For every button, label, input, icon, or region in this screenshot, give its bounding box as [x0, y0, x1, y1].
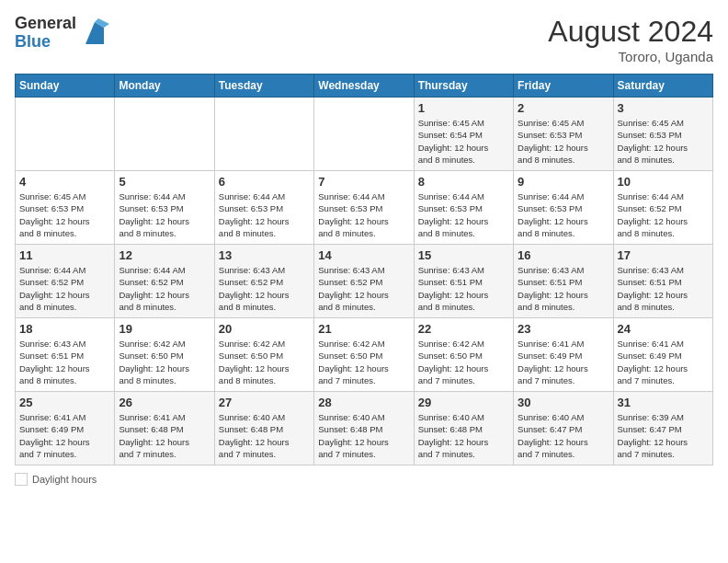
calendar-cell: 4Sunrise: 6:45 AM Sunset: 6:53 PM Daylig… [16, 171, 115, 245]
calendar-cell [214, 98, 313, 171]
day-info: Sunrise: 6:43 AM Sunset: 6:52 PM Dayligh… [219, 264, 310, 313]
day-number: 7 [318, 175, 409, 189]
calendar-cell: 10Sunrise: 6:44 AM Sunset: 6:52 PM Dayli… [613, 171, 712, 245]
day-number: 13 [219, 248, 310, 262]
calendar-cell: 1Sunrise: 6:45 AM Sunset: 6:54 PM Daylig… [414, 98, 513, 171]
calendar-cell: 19Sunrise: 6:42 AM Sunset: 6:50 PM Dayli… [115, 318, 214, 392]
calendar-cell: 24Sunrise: 6:41 AM Sunset: 6:49 PM Dayli… [613, 318, 712, 392]
calendar-cell [16, 98, 115, 171]
title-block: August 2024 Tororo, Uganda [548, 15, 713, 64]
day-number: 2 [518, 101, 609, 115]
day-info: Sunrise: 6:41 AM Sunset: 6:49 PM Dayligh… [19, 411, 110, 460]
day-info: Sunrise: 6:45 AM Sunset: 6:53 PM Dayligh… [618, 117, 709, 166]
day-number: 16 [518, 248, 609, 262]
calendar-cell: 25Sunrise: 6:41 AM Sunset: 6:49 PM Dayli… [16, 392, 115, 465]
legend-box [15, 473, 28, 486]
calendar-cell: 7Sunrise: 6:44 AM Sunset: 6:53 PM Daylig… [314, 171, 414, 245]
day-number: 24 [618, 322, 709, 336]
day-info: Sunrise: 6:44 AM Sunset: 6:53 PM Dayligh… [318, 190, 409, 239]
day-number: 17 [618, 248, 709, 262]
header-day-monday: Monday [115, 75, 214, 98]
day-number: 14 [318, 248, 409, 262]
calendar-cell: 15Sunrise: 6:43 AM Sunset: 6:51 PM Dayli… [414, 245, 513, 318]
day-info: Sunrise: 6:41 AM Sunset: 6:49 PM Dayligh… [518, 338, 609, 386]
calendar-cell: 18Sunrise: 6:43 AM Sunset: 6:51 PM Dayli… [16, 318, 115, 392]
week-row-1: 4Sunrise: 6:45 AM Sunset: 6:53 PM Daylig… [16, 171, 713, 245]
day-number: 27 [219, 396, 310, 409]
day-info: Sunrise: 6:43 AM Sunset: 6:51 PM Dayligh… [19, 338, 110, 386]
day-info: Sunrise: 6:44 AM Sunset: 6:52 PM Dayligh… [618, 190, 709, 239]
calendar-cell: 12Sunrise: 6:44 AM Sunset: 6:52 PM Dayli… [115, 245, 214, 318]
legend: Daylight hours [15, 473, 713, 486]
day-number: 25 [19, 396, 110, 409]
day-info: Sunrise: 6:41 AM Sunset: 6:48 PM Dayligh… [119, 411, 210, 460]
calendar-body: 1Sunrise: 6:45 AM Sunset: 6:54 PM Daylig… [16, 98, 713, 465]
calendar-cell: 3Sunrise: 6:45 AM Sunset: 6:53 PM Daylig… [613, 98, 712, 171]
calendar-cell [115, 98, 214, 171]
calendar-cell: 26Sunrise: 6:41 AM Sunset: 6:48 PM Dayli… [115, 392, 214, 465]
legend-item-daylight: Daylight hours [15, 473, 97, 486]
calendar-cell: 30Sunrise: 6:40 AM Sunset: 6:47 PM Dayli… [514, 392, 613, 465]
day-number: 26 [119, 396, 210, 409]
day-info: Sunrise: 6:44 AM Sunset: 6:53 PM Dayligh… [418, 190, 509, 239]
logo-general: General [15, 15, 76, 33]
day-number: 20 [219, 322, 310, 336]
day-number: 23 [518, 322, 609, 336]
calendar-cell: 17Sunrise: 6:43 AM Sunset: 6:51 PM Dayli… [613, 245, 712, 318]
day-number: 30 [518, 396, 609, 409]
day-info: Sunrise: 6:45 AM Sunset: 6:53 PM Dayligh… [518, 117, 609, 166]
day-number: 10 [618, 175, 709, 189]
day-info: Sunrise: 6:43 AM Sunset: 6:51 PM Dayligh… [618, 264, 709, 313]
header-day-tuesday: Tuesday [214, 75, 313, 98]
day-number: 12 [119, 248, 210, 262]
week-row-4: 25Sunrise: 6:41 AM Sunset: 6:49 PM Dayli… [16, 392, 713, 465]
month-year: August 2024 [548, 15, 713, 49]
day-info: Sunrise: 6:42 AM Sunset: 6:50 PM Dayligh… [119, 338, 210, 386]
calendar-cell: 20Sunrise: 6:42 AM Sunset: 6:50 PM Dayli… [214, 318, 313, 392]
calendar-cell [314, 98, 414, 171]
logo-icon [80, 18, 109, 48]
day-info: Sunrise: 6:42 AM Sunset: 6:50 PM Dayligh… [418, 338, 509, 386]
day-number: 8 [418, 175, 509, 189]
day-number: 18 [19, 322, 110, 336]
day-number: 11 [19, 248, 110, 262]
day-info: Sunrise: 6:44 AM Sunset: 6:52 PM Dayligh… [19, 264, 110, 313]
day-number: 22 [418, 322, 509, 336]
day-info: Sunrise: 6:42 AM Sunset: 6:50 PM Dayligh… [318, 338, 409, 386]
day-info: Sunrise: 6:43 AM Sunset: 6:51 PM Dayligh… [518, 264, 609, 313]
day-info: Sunrise: 6:42 AM Sunset: 6:50 PM Dayligh… [219, 338, 310, 386]
legend-daylight-label: Daylight hours [32, 474, 97, 485]
calendar-cell: 11Sunrise: 6:44 AM Sunset: 6:52 PM Dayli… [16, 245, 115, 318]
day-number: 19 [119, 322, 210, 336]
day-number: 28 [318, 396, 409, 409]
calendar-cell: 28Sunrise: 6:40 AM Sunset: 6:48 PM Dayli… [314, 392, 414, 465]
day-number: 21 [318, 322, 409, 336]
logo: General Blue [15, 15, 109, 52]
calendar-cell: 9Sunrise: 6:44 AM Sunset: 6:53 PM Daylig… [514, 171, 613, 245]
header-day-wednesday: Wednesday [314, 75, 414, 98]
calendar-cell: 16Sunrise: 6:43 AM Sunset: 6:51 PM Dayli… [514, 245, 613, 318]
day-number: 1 [418, 101, 509, 115]
day-number: 4 [19, 175, 110, 189]
logo-text: General Blue [15, 15, 76, 52]
calendar-cell: 13Sunrise: 6:43 AM Sunset: 6:52 PM Dayli… [214, 245, 313, 318]
day-info: Sunrise: 6:45 AM Sunset: 6:53 PM Dayligh… [19, 190, 110, 239]
day-info: Sunrise: 6:43 AM Sunset: 6:52 PM Dayligh… [318, 264, 409, 313]
day-number: 9 [518, 175, 609, 189]
calendar-cell: 14Sunrise: 6:43 AM Sunset: 6:52 PM Dayli… [314, 245, 414, 318]
calendar-cell: 23Sunrise: 6:41 AM Sunset: 6:49 PM Dayli… [514, 318, 613, 392]
day-info: Sunrise: 6:40 AM Sunset: 6:48 PM Dayligh… [418, 411, 509, 460]
day-info: Sunrise: 6:44 AM Sunset: 6:53 PM Dayligh… [518, 190, 609, 239]
calendar-cell: 21Sunrise: 6:42 AM Sunset: 6:50 PM Dayli… [314, 318, 414, 392]
day-info: Sunrise: 6:43 AM Sunset: 6:51 PM Dayligh… [418, 264, 509, 313]
calendar-cell: 6Sunrise: 6:44 AM Sunset: 6:53 PM Daylig… [214, 171, 313, 245]
calendar-cell: 2Sunrise: 6:45 AM Sunset: 6:53 PM Daylig… [514, 98, 613, 171]
header-day-thursday: Thursday [414, 75, 513, 98]
day-number: 3 [618, 101, 709, 115]
day-info: Sunrise: 6:40 AM Sunset: 6:47 PM Dayligh… [518, 411, 609, 460]
day-info: Sunrise: 6:44 AM Sunset: 6:53 PM Dayligh… [219, 190, 310, 239]
day-number: 31 [618, 396, 709, 409]
calendar-cell: 5Sunrise: 6:44 AM Sunset: 6:53 PM Daylig… [115, 171, 214, 245]
day-number: 29 [418, 396, 509, 409]
day-info: Sunrise: 6:40 AM Sunset: 6:48 PM Dayligh… [219, 411, 310, 460]
